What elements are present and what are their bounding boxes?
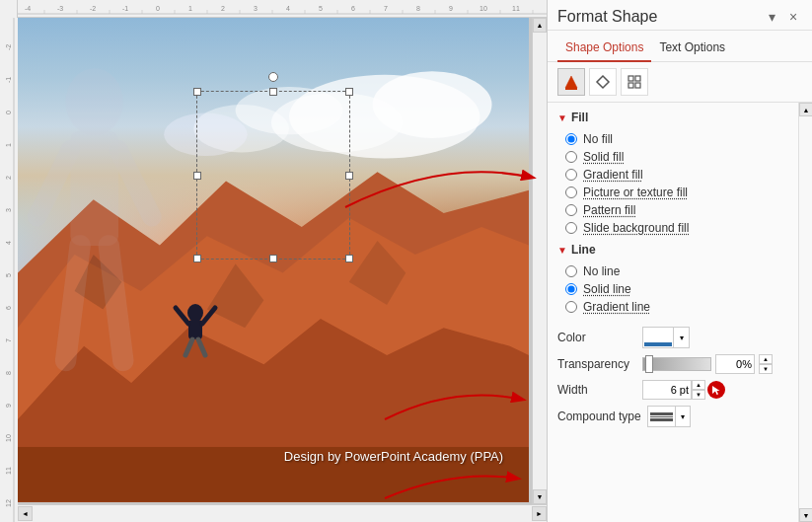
tab-shape-options[interactable]: Shape Options — [557, 37, 651, 62]
effects-icon-btn[interactable] — [589, 68, 617, 96]
handle-bc[interactable] — [269, 255, 277, 262]
slide-area: -4 -3 -2 -1 0 1 2 3 4 5 6 7 8 9 10 11 — [0, 0, 547, 522]
panel-scroll-up[interactable]: ▲ — [799, 103, 812, 116]
color-picker-btn[interactable] — [642, 327, 674, 348]
line-options: No line Solid line Gradient line — [548, 261, 798, 318]
solid-line-option[interactable]: Solid line — [565, 280, 788, 298]
fill-collapse-arrow: ▼ — [557, 112, 567, 123]
svg-rect-84 — [628, 83, 633, 88]
svg-text:6: 6 — [5, 306, 12, 310]
picture-fill-radio[interactable] — [565, 186, 577, 198]
svg-line-69 — [109, 246, 123, 361]
solid-fill-radio[interactable] — [565, 151, 577, 163]
svg-text:11: 11 — [5, 467, 12, 475]
size-icon-btn[interactable] — [621, 68, 648, 96]
scroll-track[interactable] — [533, 33, 547, 489]
no-fill-option[interactable]: No fill — [565, 130, 788, 148]
svg-text:5: 5 — [319, 5, 323, 12]
scroll-down-arrow[interactable]: ▼ — [533, 489, 547, 504]
solid-line-radio[interactable] — [565, 283, 577, 295]
svg-rect-85 — [635, 83, 640, 88]
gradient-line-radio[interactable] — [565, 301, 577, 313]
handle-br[interactable] — [345, 255, 353, 262]
svg-text:-1: -1 — [5, 77, 12, 83]
svg-text:-4: -4 — [25, 5, 31, 12]
compound-label: Compound type — [557, 410, 641, 423]
pattern-fill-option[interactable]: Pattern fill — [565, 201, 788, 219]
transparency-slider[interactable] — [642, 357, 711, 371]
scroll-left-arrow[interactable]: ◄ — [18, 506, 33, 521]
transparency-down-btn[interactable]: ▼ — [759, 364, 773, 374]
transparency-label: Transparency — [557, 357, 636, 371]
svg-text:8: 8 — [5, 371, 12, 375]
handle-mr[interactable] — [345, 172, 353, 180]
width-input[interactable] — [642, 380, 692, 400]
bottom-scrollbar[interactable]: ◄ ► — [18, 504, 547, 522]
width-up-btn[interactable]: ▲ — [692, 380, 705, 390]
panel-scroll-track[interactable] — [799, 116, 812, 508]
right-scrollbar[interactable]: ▲ ▼ — [532, 18, 547, 504]
picture-fill-label: Picture or texture fill — [583, 186, 688, 199]
handle-tc[interactable] — [269, 88, 277, 96]
slide-bg-fill-option[interactable]: Slide background fill — [565, 219, 788, 237]
compound-icon — [648, 407, 676, 426]
slide-background: Design by PowerPoint Academy (PPA) — [18, 18, 529, 502]
panel-scroll-area: ▼ Fill No fill Solid fill Gradient fill — [548, 103, 812, 522]
svg-text:-3: -3 — [57, 5, 63, 12]
fill-section-header[interactable]: ▼ Fill — [548, 107, 798, 128]
scroll-track-h[interactable] — [33, 505, 532, 522]
width-down-btn[interactable]: ▼ — [692, 390, 705, 400]
svg-text:8: 8 — [416, 5, 420, 12]
panel-controls: ▾ × — [763, 8, 802, 26]
gradient-fill-option[interactable]: Gradient fill — [565, 166, 788, 184]
panel-header: Format Shape ▾ × — [548, 0, 812, 31]
no-fill-label: No fill — [583, 132, 613, 146]
svg-text:4: 4 — [5, 241, 12, 245]
gradient-fill-radio[interactable] — [565, 169, 577, 181]
transparency-input[interactable] — [715, 354, 755, 374]
svg-text:7: 7 — [5, 338, 12, 342]
line-section-header[interactable]: ▼ Line — [548, 239, 798, 261]
slide-bg-fill-radio[interactable] — [565, 222, 577, 234]
tab-icons — [548, 62, 812, 103]
scroll-up-arrow[interactable]: ▲ — [533, 18, 547, 33]
svg-line-66 — [37, 150, 70, 217]
transparency-up-btn[interactable]: ▲ — [759, 354, 773, 364]
handle-bl[interactable] — [193, 255, 201, 262]
no-line-radio[interactable] — [565, 265, 577, 277]
panel-scrollbar[interactable]: ▲ ▼ — [798, 103, 812, 522]
picture-fill-option[interactable]: Picture or texture fill — [565, 184, 788, 201]
solid-fill-option[interactable]: Solid fill — [565, 148, 788, 166]
svg-line-68 — [66, 246, 81, 361]
fill-options: No fill Solid fill Gradient fill Picture… — [548, 128, 798, 239]
slider-thumb[interactable] — [645, 355, 653, 373]
pattern-fill-radio[interactable] — [565, 204, 577, 216]
panel-close-btn[interactable]: × — [784, 8, 802, 26]
panel-scroll-down[interactable]: ▼ — [799, 508, 812, 522]
gradient-fill-label: Gradient fill — [583, 168, 643, 182]
no-line-option[interactable]: No line — [565, 262, 788, 280]
tab-text-options[interactable]: Text Options — [651, 37, 733, 62]
handle-ml[interactable] — [193, 172, 201, 180]
svg-text:1: 1 — [5, 143, 12, 147]
color-row: Color ▾ — [548, 324, 798, 351]
scroll-right-arrow[interactable]: ► — [532, 506, 547, 521]
svg-text:2: 2 — [221, 5, 225, 12]
selected-shape[interactable] — [196, 91, 349, 261]
compound-btn[interactable]: ▾ — [647, 406, 691, 427]
gradient-line-option[interactable]: Gradient line — [565, 298, 788, 316]
compound-dropdown-arrow: ▾ — [676, 407, 690, 426]
svg-line-67 — [118, 150, 152, 217]
svg-text:10: 10 — [5, 434, 12, 442]
panel-content: ▼ Fill No fill Solid fill Gradient fill — [548, 103, 812, 434]
no-fill-radio[interactable] — [565, 133, 577, 145]
color-dropdown-btn[interactable]: ▾ — [674, 327, 690, 348]
rotate-handle[interactable] — [268, 72, 278, 82]
svg-rect-0 — [18, 0, 547, 17]
handle-tl[interactable] — [193, 88, 201, 96]
panel-collapse-btn[interactable]: ▾ — [763, 8, 780, 26]
watermark-text: Design by PowerPoint Academy (PPA) — [18, 449, 503, 464]
svg-text:1: 1 — [188, 5, 192, 12]
fill-icon-btn[interactable] — [557, 68, 585, 96]
handle-tr[interactable] — [345, 88, 353, 96]
